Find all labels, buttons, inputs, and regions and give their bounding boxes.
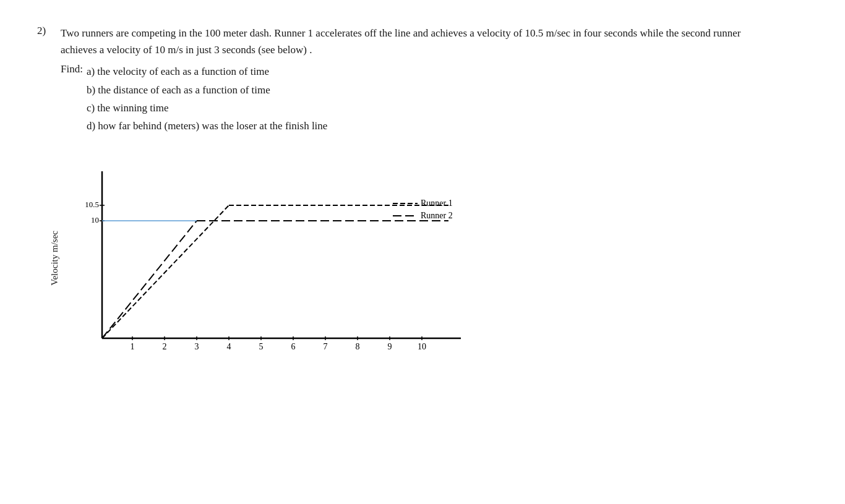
find-section: Find: a) the velocity of each as a funct… [61, 63, 779, 134]
x-tick-2: 2 [163, 342, 167, 351]
x-tick-4: 4 [227, 342, 231, 351]
find-items: a) the velocity of each as a function of… [87, 63, 327, 134]
chart-svg: 10.5 10 1 2 3 4 5 6 7 8 9 10 [65, 165, 473, 363]
y-tick-10-5: 10.5 [85, 200, 99, 209]
x-tick-1: 1 [131, 342, 135, 351]
problem-text: 2) Two runners are competing in the 100 … [37, 25, 779, 134]
problem-number: 2) [37, 25, 56, 134]
problem-paragraph: Two runners are competing in the 100 met… [61, 25, 779, 58]
find-item-b: b) the distance of each as a function of… [87, 82, 327, 98]
y-axis-label: Velocity m/sec [49, 231, 60, 286]
find-item-d: d) how far behind (meters) was the loser… [87, 117, 327, 134]
x-tick-9: 9 [388, 342, 392, 351]
runner2-accel-line [102, 221, 197, 338]
x-tick-10: 10 [418, 342, 426, 351]
legend-runner1-label: Runner 1 [421, 199, 453, 208]
x-tick-8: 8 [356, 342, 360, 351]
find-item-c: c) the winning time [87, 100, 327, 116]
legend-runner2-label: Runner 2 [421, 211, 453, 220]
problem-body: Two runners are competing in the 100 met… [61, 25, 779, 134]
x-tick-3: 3 [195, 342, 199, 351]
find-item-a: a) the velocity of each as a function of… [87, 63, 327, 80]
find-label: Find: [61, 63, 83, 134]
chart-container: Velocity m/sec 10.5 10 [37, 165, 779, 363]
x-tick-6: 6 [291, 342, 296, 351]
x-tick-7: 7 [324, 342, 328, 351]
problem-container: 2) Two runners are competing in the 100 … [37, 25, 779, 363]
y-tick-10: 10 [91, 215, 99, 224]
runner1-accel-line [102, 205, 229, 338]
x-tick-5: 5 [259, 342, 264, 351]
